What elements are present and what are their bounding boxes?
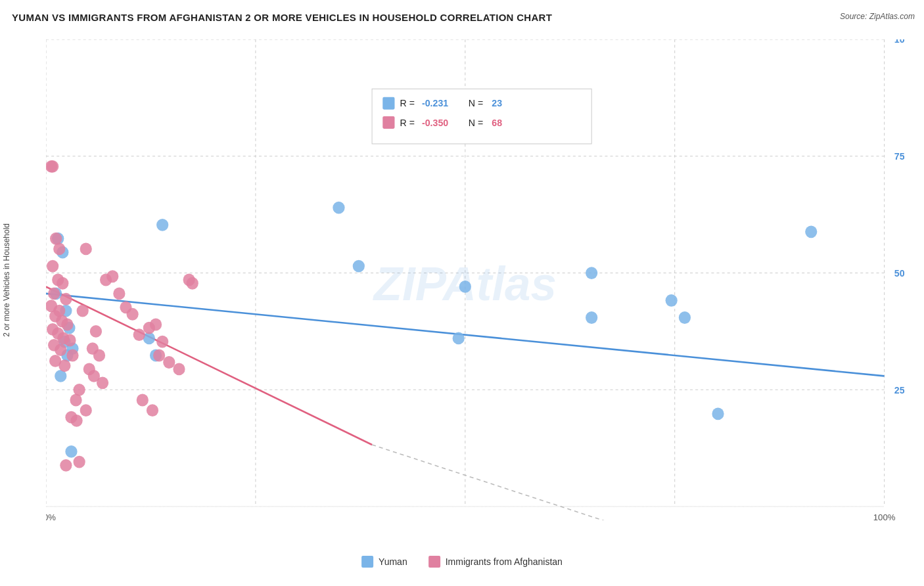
svg-point-92 <box>106 270 118 282</box>
svg-point-67 <box>90 325 102 338</box>
svg-point-41 <box>805 225 817 238</box>
svg-point-42 <box>586 311 597 324</box>
svg-text:75.0%: 75.0% <box>894 151 904 162</box>
svg-point-69 <box>93 349 105 362</box>
svg-point-64 <box>58 359 70 372</box>
svg-text:100%: 100% <box>873 512 896 520</box>
svg-point-88 <box>70 415 82 427</box>
svg-point-78 <box>163 356 175 369</box>
svg-text:68: 68 <box>492 118 502 128</box>
svg-point-86 <box>74 456 85 468</box>
chart-container: YUMAN VS IMMIGRANTS FROM AFGHANISTAN 2 O… <box>0 0 924 586</box>
svg-text:R =: R = <box>400 118 415 128</box>
svg-point-37 <box>586 267 597 279</box>
svg-text:-0.350: -0.350 <box>422 118 448 128</box>
svg-point-35 <box>459 281 471 293</box>
svg-line-19 <box>372 445 645 520</box>
svg-point-89 <box>80 404 92 417</box>
bottom-legend: Yuman Immigrants from Afghanistan <box>361 556 563 568</box>
svg-point-50 <box>60 293 72 305</box>
svg-rect-98 <box>382 97 394 110</box>
svg-point-80 <box>137 394 149 407</box>
svg-rect-97 <box>372 89 591 144</box>
svg-text:N =: N = <box>469 98 483 108</box>
immigrants-color-box <box>428 556 440 568</box>
svg-point-55 <box>61 319 73 331</box>
legend-immigrants: Immigrants from Afghanistan <box>428 556 563 568</box>
svg-point-75 <box>150 319 162 331</box>
svg-text:50.0%: 50.0% <box>894 268 904 279</box>
svg-point-93 <box>113 288 125 300</box>
svg-point-49 <box>48 288 60 300</box>
svg-point-59 <box>64 334 76 347</box>
svg-point-90 <box>88 370 100 382</box>
svg-point-95 <box>127 308 139 321</box>
svg-point-29 <box>65 445 77 458</box>
svg-point-77 <box>153 349 165 362</box>
svg-point-38 <box>679 311 691 324</box>
svg-point-66 <box>80 243 92 256</box>
svg-point-45 <box>53 243 65 256</box>
svg-text:23: 23 <box>492 98 502 108</box>
chart-svg: 100.0% 75.0% 50.0% 25.0% 0.0% 100% ZIPAt… <box>46 39 904 520</box>
svg-text:N =: N = <box>469 118 483 128</box>
svg-point-48 <box>57 277 68 290</box>
svg-point-65 <box>77 305 89 317</box>
legend-yuman: Yuman <box>361 556 407 568</box>
svg-point-61 <box>55 344 66 356</box>
svg-point-73 <box>70 394 81 407</box>
svg-point-30 <box>156 219 168 231</box>
svg-point-81 <box>147 404 158 417</box>
svg-point-40 <box>666 294 678 307</box>
svg-point-46 <box>47 260 58 273</box>
immigrants-label: Immigrants from Afghanistan <box>446 556 563 567</box>
chart-title: YUMAN VS IMMIGRANTS FROM AFGHANISTAN 2 O… <box>12 12 552 23</box>
svg-point-85 <box>60 459 72 472</box>
svg-point-84 <box>47 160 58 173</box>
y-axis-label: 2 or more Vehicles in Household <box>0 39 13 520</box>
svg-text:25.0%: 25.0% <box>894 384 904 395</box>
svg-text:0.0%: 0.0% <box>46 512 56 520</box>
svg-point-39 <box>712 408 724 420</box>
svg-point-34 <box>333 202 344 214</box>
yuman-color-box <box>361 556 373 568</box>
svg-point-79 <box>173 363 185 376</box>
svg-text:-0.231: -0.231 <box>422 98 448 108</box>
svg-rect-103 <box>382 116 394 129</box>
svg-point-36 <box>453 332 465 344</box>
svg-point-33 <box>353 260 365 273</box>
svg-point-83 <box>187 277 198 290</box>
source-label: Source: ZipAtlas.com <box>840 12 915 21</box>
svg-point-62 <box>66 349 78 362</box>
svg-point-76 <box>156 336 168 348</box>
yuman-label: Yuman <box>379 556 407 567</box>
svg-point-96 <box>133 328 145 341</box>
svg-text:100.0%: 100.0% <box>894 39 904 45</box>
svg-text:R =: R = <box>400 98 415 108</box>
